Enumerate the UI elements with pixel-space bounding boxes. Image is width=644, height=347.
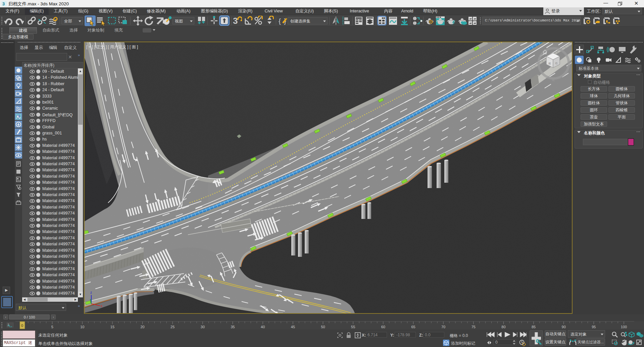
svg-text:70: 70 <box>441 325 445 329</box>
svg-text:3: 3 <box>2 1 5 6</box>
svg-text:75: 75 <box>472 325 476 329</box>
svg-text:40: 40 <box>261 325 265 329</box>
svg-text:55: 55 <box>351 325 355 329</box>
svg-text:10: 10 <box>80 325 84 329</box>
svg-text:50: 50 <box>321 325 325 329</box>
svg-text:3: 3 <box>233 16 238 26</box>
svg-text:{: { <box>279 17 281 25</box>
svg-text:0: 0 <box>21 324 23 328</box>
svg-text:30: 30 <box>201 325 205 329</box>
svg-text:45: 45 <box>291 325 295 329</box>
svg-text:15: 15 <box>110 325 114 329</box>
svg-text:35: 35 <box>231 325 235 329</box>
svg-text:65: 65 <box>411 325 415 329</box>
svg-text:60: 60 <box>381 325 385 329</box>
svg-text:5: 5 <box>51 325 53 329</box>
svg-text:85: 85 <box>532 325 536 329</box>
svg-text:25: 25 <box>170 325 175 329</box>
svg-text:100: 100 <box>621 325 627 329</box>
svg-text:20: 20 <box>140 325 144 329</box>
svg-text:80: 80 <box>501 325 505 329</box>
svg-text:95: 95 <box>592 325 596 329</box>
svg-text:90: 90 <box>562 325 566 329</box>
